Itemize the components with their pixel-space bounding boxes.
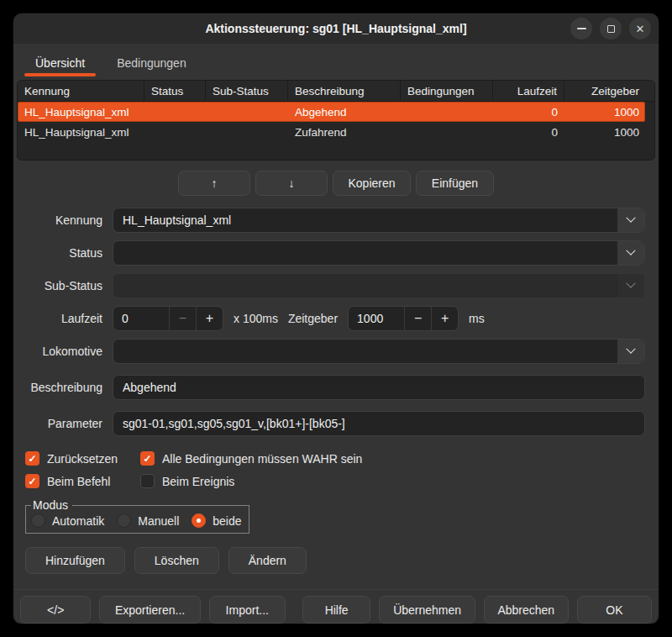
cell-laufzeit: 0 (493, 102, 564, 122)
checkbox-beim-befehl-label: Beim Befehl (47, 475, 110, 488)
move-down-button[interactable]: ↓ (255, 171, 328, 196)
minimize-button[interactable] (570, 18, 592, 39)
checkbox-beim-ereignis[interactable]: Beim Ereignis (140, 474, 234, 488)
change-button[interactable]: Ändern (228, 547, 307, 574)
chevron-down-icon (626, 213, 635, 223)
table-row[interactable]: HL_Hauptsignal_xml Zufahrend 0 1000 (18, 122, 645, 142)
status-combobox[interactable] (113, 240, 645, 266)
radio-beide-label: beide (213, 514, 241, 528)
column-header-zeitgeber[interactable]: Zeitgeber (564, 81, 654, 101)
kennung-combobox[interactable]: HL_Hauptsignal_xml (113, 208, 645, 233)
checkbox-zuruecksetzen[interactable]: ✓ Zurücksetzen (25, 451, 140, 466)
dialog-window: Aktionssteuerung: sg01 [HL_Hauptsignal_x… (13, 13, 659, 624)
column-header-laufzeit[interactable]: Laufzeit (493, 81, 564, 101)
table-row[interactable]: HL_Hauptsignal_xml Abgehend 0 1000 (18, 102, 645, 122)
list-toolbar: ↑ ↓ Kopieren Einfügen (13, 171, 659, 196)
apply-button[interactable]: Übernehmen (379, 596, 475, 624)
cell-beschreibung: Abgehend (288, 102, 401, 122)
column-header-sub-status[interactable]: Sub-Status (206, 81, 288, 101)
laufzeit-decrement-button[interactable]: − (169, 307, 196, 330)
cell-status (144, 122, 206, 142)
tab-uebersicht-label: Übersicht (35, 56, 85, 70)
zeitgeber-spinbutton[interactable]: 1000 − + (348, 306, 459, 331)
lokomotive-value (113, 340, 617, 363)
kennung-dropdown-button[interactable] (617, 208, 644, 232)
plus-icon: + (206, 311, 213, 326)
dialog-footer: </> Exportieren... Import... Hilfe Übern… (13, 589, 659, 624)
parameter-input[interactable]: sg01-01,sg01,sg05,sg01_v,[bk01+]-[bk05-] (113, 411, 645, 436)
parameter-row: Parameter sg01-01,sg01,sg05,sg01_v,[bk01… (25, 411, 645, 436)
radio-manuell[interactable]: Manuell (117, 513, 179, 528)
delete-button[interactable]: Löschen (134, 547, 219, 574)
checkbox-alle-bedingungen[interactable]: ✓ Alle Bedingungen müssen WAHR sein (140, 451, 362, 466)
checkbox-unchecked-icon (140, 474, 155, 488)
zeitgeber-label: Zeitgeber (288, 312, 338, 325)
minus-icon: − (414, 311, 422, 326)
zeitgeber-decrement-button[interactable]: − (404, 307, 431, 330)
column-header-beschreibung[interactable]: Beschreibung (288, 81, 401, 101)
cell-sub-status (206, 122, 288, 142)
plus-icon: + (441, 311, 449, 326)
column-header-bedingungen[interactable]: Bedingungen (401, 81, 493, 101)
beschreibung-input[interactable]: Abgehend (113, 375, 645, 400)
import-button[interactable]: Import... (209, 596, 286, 624)
lokomotive-label: Lokomotive (25, 345, 102, 358)
minus-icon: − (179, 311, 186, 326)
sub-status-label: Sub-Status (25, 279, 102, 292)
checkbox-beim-befehl[interactable]: ✓ Beim Befehl (25, 474, 140, 488)
maximize-button[interactable] (600, 18, 622, 39)
lokomotive-combobox[interactable] (113, 339, 645, 364)
radio-manuell-label: Manuell (138, 514, 179, 528)
cell-kennung: HL_Hauptsignal_xml (18, 102, 144, 122)
radio-unselected-icon (117, 513, 131, 528)
radio-beide[interactable]: beide (192, 513, 241, 528)
maximize-icon (607, 25, 615, 33)
status-row: Status (25, 240, 645, 266)
move-up-button[interactable]: ↑ (178, 171, 250, 196)
chevron-down-icon (626, 279, 635, 288)
tab-bedingungen[interactable]: Bedingungen (105, 49, 198, 76)
copy-button[interactable]: Kopieren (333, 171, 411, 196)
minimize-icon (577, 28, 586, 29)
cell-sub-status (206, 102, 288, 122)
status-dropdown-button[interactable] (617, 241, 644, 265)
checkbox-checked-icon: ✓ (25, 451, 39, 466)
status-value (113, 241, 617, 265)
tab-uebersicht[interactable]: Übersicht (24, 49, 97, 76)
code-view-button[interactable]: </> (20, 596, 91, 624)
paste-button[interactable]: Einfügen (416, 171, 494, 196)
column-header-kennung[interactable]: Kennung (18, 81, 144, 101)
sub-status-value (113, 274, 617, 297)
radio-automatik[interactable]: Automatik (31, 513, 104, 528)
cell-laufzeit: 0 (493, 122, 564, 142)
zeitgeber-value[interactable]: 1000 (349, 307, 404, 330)
sub-status-row: Sub-Status (25, 273, 645, 298)
laufzeit-value[interactable]: 0 (113, 307, 169, 330)
column-header-status[interactable]: Status (144, 81, 206, 101)
lokomotive-dropdown-button[interactable] (617, 340, 644, 363)
cancel-button[interactable]: Abbrechen (484, 596, 569, 624)
zeitgeber-unit-label: ms (469, 312, 485, 325)
beschreibung-label: Beschreibung (25, 381, 102, 394)
radio-automatik-label: Automatik (52, 514, 104, 528)
close-button[interactable]: ✕ (629, 18, 651, 39)
zeitgeber-increment-button[interactable]: + (431, 307, 458, 330)
add-button[interactable]: Hinzufügen (25, 547, 125, 574)
window-controls: ✕ (570, 18, 651, 39)
ok-button[interactable]: OK (577, 596, 652, 624)
cell-bedingungen (401, 122, 493, 142)
sub-status-combobox (113, 273, 645, 298)
modus-legend: Modus (31, 498, 72, 512)
close-icon: ✕ (636, 23, 645, 35)
help-button[interactable]: Hilfe (302, 596, 371, 624)
laufzeit-increment-button[interactable]: + (196, 307, 223, 330)
export-button[interactable]: Exportieren... (99, 596, 200, 624)
cell-status (144, 102, 206, 122)
laufzeit-spinbutton[interactable]: 0 − + (113, 306, 223, 331)
lokomotive-row: Lokomotive (25, 339, 645, 364)
cell-bedingungen (401, 102, 493, 122)
cell-zeitgeber: 1000 (564, 102, 645, 122)
checkbox-row: ✓ Beim Befehl Beim Ereignis (25, 470, 645, 492)
action-form: Kennung HL_Hauptsignal_xml Status Sub-St… (13, 208, 659, 444)
beschreibung-row: Beschreibung Abgehend (25, 375, 645, 400)
